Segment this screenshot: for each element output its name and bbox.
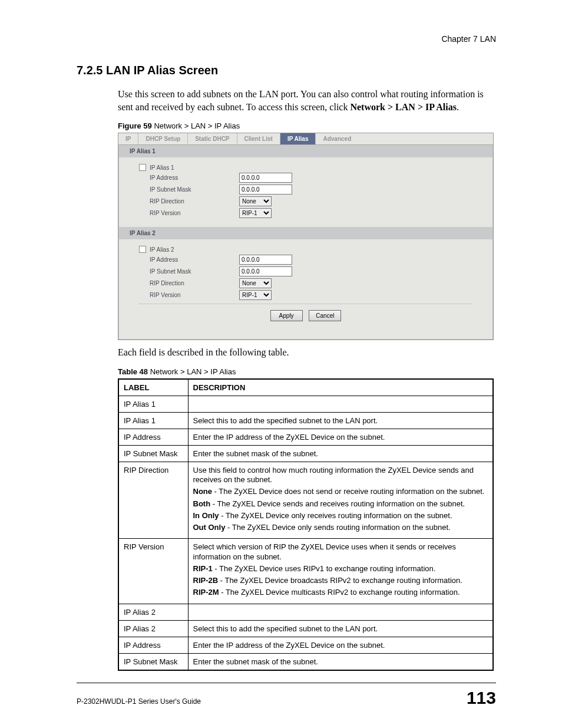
tab-advanced[interactable]: Advanced xyxy=(316,133,358,144)
alias1-subnet-label: IP Subnet Mask xyxy=(139,186,239,193)
chapter-header: Chapter 7 LAN xyxy=(77,34,496,44)
desc-line: In Only - The ZyXEL Device only receives… xyxy=(193,511,488,521)
cell-desc: Select which version of RIP the ZyXEL De… xyxy=(188,539,493,604)
alias1-header: IP Alias 1 xyxy=(119,145,492,157)
alias2-ip-input[interactable] xyxy=(239,255,292,265)
cell-desc xyxy=(188,604,493,620)
alias1-ripver-select[interactable]: RIP-1 xyxy=(239,208,272,218)
figure-caption-rest: Network > LAN > IP Alias xyxy=(152,121,240,130)
table-row: IP Alias 2 xyxy=(118,604,493,620)
cell-label: IP Address xyxy=(118,429,188,445)
desc-line: Use this field to control how much routi… xyxy=(193,466,488,485)
desc-key: In Only xyxy=(193,511,219,520)
intro-paragraph: Use this screen to add subnets on the LA… xyxy=(118,88,496,113)
footer-page-number: 113 xyxy=(467,688,496,708)
section-heading: 7.2.5 LAN IP Alias Screen xyxy=(77,64,496,77)
desc-text: - The ZyXEL Device only sends routing in… xyxy=(225,523,450,532)
desc-text: - The ZyXEL Device sends and receives ro… xyxy=(210,499,465,508)
table-header-row: LABEL DESCRIPTION xyxy=(118,379,493,396)
alias1-ip-input[interactable] xyxy=(239,173,292,183)
figure-caption: Figure 59 Network > LAN > IP Alias xyxy=(118,121,496,130)
th-label: LABEL xyxy=(118,379,188,396)
desc-key: RIP-1 xyxy=(193,564,213,573)
desc-text: - The ZyXEL Device uses RIPv1 to exchang… xyxy=(213,564,436,573)
table-row: IP Subnet MaskEnter the subnet mask of t… xyxy=(118,653,493,670)
alias2-body: IP Alias 2 IP Address IP Subnet Mask RIP… xyxy=(119,239,492,339)
desc-key: None xyxy=(193,487,213,496)
alias1-checkbox[interactable] xyxy=(139,164,146,171)
alias1-subnet-input[interactable] xyxy=(239,185,292,195)
apply-button[interactable]: Apply xyxy=(270,310,303,321)
desc-line: Out Only - The ZyXEL Device only sends r… xyxy=(193,523,488,532)
cell-label: IP Alias 1 xyxy=(118,412,188,429)
figure-caption-lead: Figure 59 xyxy=(118,121,152,130)
tab-client-list[interactable]: Client List xyxy=(237,133,280,144)
alias1-ripdir-select[interactable]: None xyxy=(239,196,272,206)
tab-ip[interactable]: IP xyxy=(118,133,138,144)
cell-label: IP Subnet Mask xyxy=(118,445,188,462)
desc-key: RIP-2B xyxy=(193,576,219,585)
table-caption-lead: Table 48 xyxy=(118,367,148,376)
tab-static-dhcp[interactable]: Static DHCP xyxy=(188,133,237,144)
alias1-ripver-label: RIP Version xyxy=(139,210,239,216)
alias1-body: IP Alias 1 IP Address IP Subnet Mask RIP… xyxy=(119,157,492,227)
alias2-ripdir-label: RIP Direction xyxy=(139,280,239,286)
cell-desc xyxy=(188,396,493,412)
table-row: IP AddressEnter the IP address of the Zy… xyxy=(118,429,493,445)
cell-desc: Select this to add the specified subnet … xyxy=(188,412,493,429)
table-row: IP AddressEnter the IP address of the Zy… xyxy=(118,637,493,653)
alias2-subnet-label: IP Subnet Mask xyxy=(139,268,239,275)
cell-desc: Enter the subnet mask of the subnet. xyxy=(188,445,493,462)
panel: IP Alias 1 IP Alias 1 IP Address IP Subn… xyxy=(118,145,493,340)
desc-line: Both - The ZyXEL Device sends and receiv… xyxy=(193,499,488,509)
tab-dhcp-setup[interactable]: DHCP Setup xyxy=(138,133,188,144)
desc-line: RIP-2B - The ZyXEL Device broadcasts RIP… xyxy=(193,576,488,585)
cell-label: RIP Version xyxy=(118,539,188,604)
alias2-ripver-select[interactable]: RIP-1 xyxy=(239,290,272,300)
cell-desc: Enter the IP address of the ZyXEL Device… xyxy=(188,637,493,653)
description-table: LABEL DESCRIPTION IP Alias 1 IP Alias 1S… xyxy=(118,378,494,671)
cell-label: IP Subnet Mask xyxy=(118,653,188,670)
cell-label: IP Alias 2 xyxy=(118,604,188,620)
desc-key: RIP-2M xyxy=(193,588,219,597)
alias1-checkbox-label: IP Alias 1 xyxy=(150,164,250,171)
tab-bar: IP DHCP Setup Static DHCP Client List IP… xyxy=(118,133,493,145)
alias2-header: IP Alias 2 xyxy=(119,227,492,239)
desc-line: RIP-1 - The ZyXEL Device uses RIPv1 to e… xyxy=(193,564,488,574)
after-figure-text: Each field is described in the following… xyxy=(118,346,496,359)
table-row: RIP Version Select which version of RIP … xyxy=(118,539,493,604)
desc-text: - The ZyXEL Device broadcasts RIPv2 to e… xyxy=(218,576,462,585)
cell-label: RIP Direction xyxy=(118,462,188,539)
cell-desc: Enter the subnet mask of the subnet. xyxy=(188,653,493,670)
table-caption-rest: Network > LAN > IP Alias xyxy=(148,367,236,376)
desc-text: - The ZyXEL Device does not send or rece… xyxy=(212,487,484,496)
intro-text-3: . xyxy=(457,102,459,112)
desc-line: Select which version of RIP the ZyXEL De… xyxy=(193,542,488,562)
desc-text: - The ZyXEL Device multicasts RIPv2 to e… xyxy=(219,588,460,597)
desc-line: None - The ZyXEL Device does not send or… xyxy=(193,487,488,496)
alias2-ripdir-select[interactable]: None xyxy=(239,278,272,288)
table-row: IP Alias 2Select this to add the specifi… xyxy=(118,620,493,637)
alias2-ip-label: IP Address xyxy=(139,256,239,263)
table-row: IP Subnet MaskEnter the subnet mask of t… xyxy=(118,445,493,462)
alias2-subnet-input[interactable] xyxy=(239,266,292,276)
cancel-button[interactable]: Cancel xyxy=(309,310,341,321)
figure-screenshot: IP DHCP Setup Static DHCP Client List IP… xyxy=(118,133,494,340)
table-row: IP Alias 1 xyxy=(118,396,493,412)
alias2-checkbox-label: IP Alias 2 xyxy=(150,246,250,253)
footer-rule xyxy=(77,683,496,683)
cell-label: IP Alias 2 xyxy=(118,620,188,637)
desc-text: - The ZyXEL Device only receives routing… xyxy=(219,511,452,520)
cell-label: IP Alias 1 xyxy=(118,396,188,412)
table-row: RIP Direction Use this field to control … xyxy=(118,462,493,539)
alias2-ripver-label: RIP Version xyxy=(139,292,239,298)
alias1-ip-label: IP Address xyxy=(139,174,239,181)
desc-line: RIP-2M - The ZyXEL Device multicasts RIP… xyxy=(193,588,488,597)
desc-key: Out Only xyxy=(193,523,226,532)
cell-desc: Select this to add the specified subnet … xyxy=(188,620,493,637)
alias1-ripdir-label: RIP Direction xyxy=(139,198,239,205)
desc-key: Both xyxy=(193,499,211,508)
alias2-checkbox[interactable] xyxy=(139,246,146,253)
tab-ip-alias[interactable]: IP Alias xyxy=(280,133,316,144)
button-row: Apply Cancel xyxy=(139,304,472,332)
